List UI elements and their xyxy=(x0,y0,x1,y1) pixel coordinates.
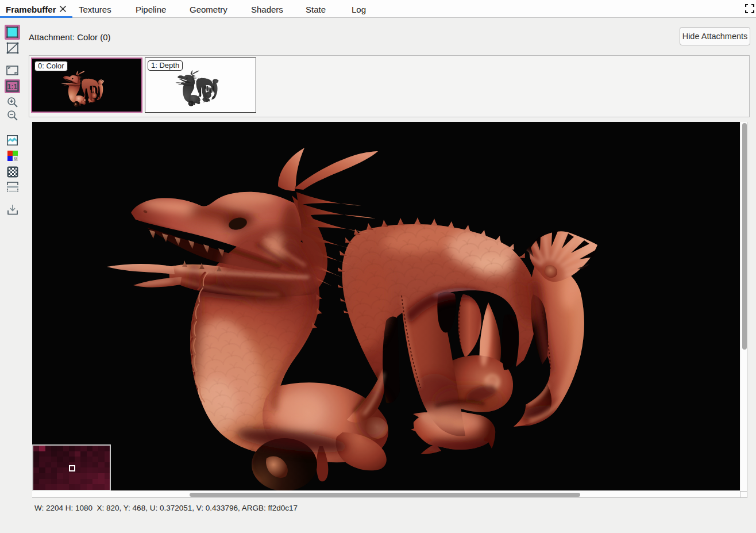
svg-text:1:1: 1:1 xyxy=(7,83,18,91)
